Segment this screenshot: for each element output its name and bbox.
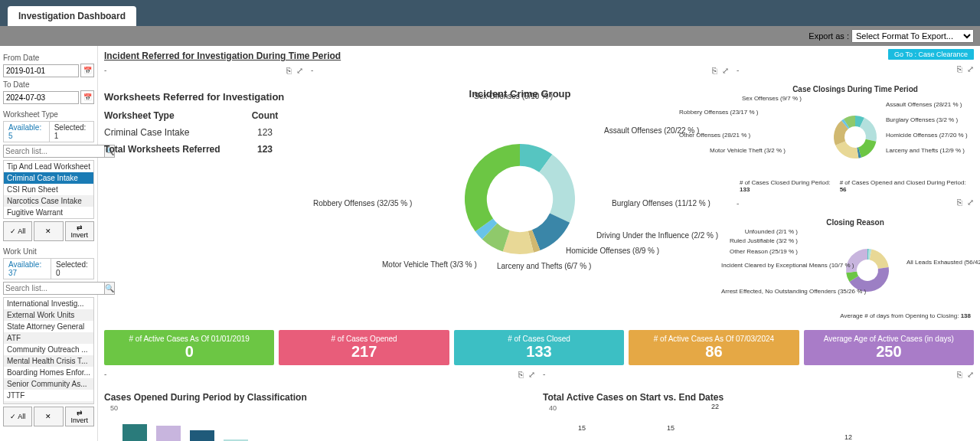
- cases-opened-panel: ⎘⤢ - Cases Opened During Period by Class…: [104, 370, 535, 441]
- donut-label: Driving Under the Influence (2/2 % ): [596, 231, 718, 240]
- kpi-value: 250: [807, 343, 971, 361]
- selected-count[interactable]: Selected: 0: [51, 258, 94, 279]
- case-closings-panel: ⎘⤢ - Case Closings During Time Period Se…: [737, 66, 974, 193]
- kpi-card: # of Active Cases As Of 07/03/202486: [629, 330, 799, 365]
- bar[interactable]: 43: [156, 426, 181, 441]
- export-icon[interactable]: ⎘: [957, 64, 962, 74]
- worksheet-type-label: Worksheet Type: [3, 110, 94, 119]
- mini-label: Robbery Offenses (23/17 % ): [679, 109, 748, 116]
- list-item[interactable]: External Work Units: [4, 309, 93, 321]
- export-select[interactable]: Select Format To Export...: [851, 29, 974, 43]
- list-item[interactable]: Boarding Homes Enfor...: [4, 367, 93, 378]
- from-date-label: From Date: [3, 54, 94, 62]
- export-label: Export as :: [808, 31, 849, 41]
- mini-label: Burglary Offenses (3/2 % ): [886, 116, 958, 123]
- all-button[interactable]: ✓ All: [3, 407, 32, 426]
- closing-reason-panel: ⎘⤢ - Closing Reason Unfounded (2/1 % )Ru…: [737, 199, 974, 319]
- selected-count[interactable]: Selected: 1: [50, 121, 94, 142]
- from-date-input[interactable]: [3, 64, 79, 77]
- filter-sidebar: From Date 📅 To Date 📅 Worksheet Type Ava…: [0, 46, 98, 441]
- expand-icon[interactable]: ⤢: [967, 64, 974, 74]
- mini-label: Incident Cleared by Exceptional Means (1…: [721, 262, 798, 269]
- list-item[interactable]: Narcotics Case Intake: [4, 195, 93, 207]
- donut-label: Larceny and Thefts (6/7 % ): [497, 262, 591, 270]
- tab-investigation[interactable]: Investigation Dashboard: [8, 6, 136, 26]
- export-icon[interactable]: ⎘: [957, 198, 962, 207]
- bar[interactable]: 44: [122, 424, 147, 441]
- calendar-icon[interactable]: 📅: [80, 64, 94, 77]
- kpi-title: Average Age of Active Cases (in days): [807, 335, 971, 343]
- list-item[interactable]: ATF: [4, 332, 93, 344]
- clear-button[interactable]: ✕: [34, 221, 63, 241]
- worksheets-title: Worksheets Referred for Investigation: [104, 91, 303, 103]
- expand-icon[interactable]: ⤢: [528, 370, 535, 380]
- work-unit-list[interactable]: International Investig...External Work U…: [3, 297, 94, 404]
- kpi-value: 86: [632, 343, 795, 361]
- bar[interactable]: 40: [190, 430, 214, 441]
- worksheet-type-list[interactable]: Tip And Lead WorksheetCriminal Case Inta…: [3, 160, 94, 219]
- clear-button[interactable]: ✕: [34, 407, 63, 426]
- goto-case-clearance[interactable]: Go To : Case Clearance: [888, 49, 974, 60]
- kpi-title: # of Active Cases As Of 01/01/2019: [107, 335, 271, 343]
- worksheets-panel: ⎘⤢ - Worksheets Referred for Investigati…: [104, 66, 303, 325]
- mini-label: Ruled Justifiable (3/2 % ): [721, 237, 798, 244]
- list-item[interactable]: State Attorney General: [4, 321, 93, 332]
- calendar-icon[interactable]: 📅: [80, 90, 94, 104]
- mini-label: Unfounded (2/1 % ): [721, 228, 798, 235]
- expand-icon[interactable]: ⤢: [722, 66, 729, 76]
- expand-icon[interactable]: ⤢: [967, 198, 974, 207]
- kpi-card: # of Active Cases As Of 01/01/20190: [104, 330, 274, 365]
- export-icon[interactable]: ⎘: [957, 370, 962, 380]
- export-icon[interactable]: ⎘: [712, 66, 717, 76]
- donut-label: Robbery Offenses (32/35 % ): [313, 199, 412, 207]
- kpi-card: # of Cases Opened217: [279, 330, 449, 365]
- list-item[interactable]: Mental Health Crisis T...: [4, 355, 93, 367]
- active-cases-panel: ⎘⤢ - Total Active Cases on Start vs. End…: [543, 370, 974, 441]
- mini-label: Other Reason (25/19 % ): [721, 248, 798, 255]
- list-item[interactable]: Senior Community As...: [4, 378, 93, 390]
- closings-title: Case Closings During Time Period: [737, 85, 974, 93]
- donut-label: Sex Offenses (9/10 % ): [474, 92, 553, 100]
- expand-icon[interactable]: ⤢: [967, 370, 974, 380]
- expand-icon[interactable]: ⤢: [296, 66, 303, 76]
- closing-reason-title: Closing Reason: [737, 218, 974, 227]
- available-count[interactable]: Available: 37: [3, 258, 51, 279]
- all-button[interactable]: ✓ All: [3, 221, 32, 241]
- page-title: Incident Referred for Investigation Duri…: [104, 51, 974, 61]
- invert-button[interactable]: ⇄ Invert: [65, 221, 94, 241]
- list-item[interactable]: Community Outreach ...: [4, 344, 93, 355]
- mini-label: Motor Vehicle Theft (3/2 % ): [710, 147, 779, 154]
- mini-label: Other Offenses (28/21 % ): [679, 132, 748, 139]
- worksheet-search-input[interactable]: [3, 145, 105, 158]
- donut-label: Burglary Offenses (11/12 % ): [612, 199, 710, 207]
- kpi-row: # of Active Cases As Of 01/01/20190# of …: [104, 330, 974, 365]
- available-count[interactable]: Available: 5: [3, 121, 50, 142]
- list-item[interactable]: Fugitive Warrant: [4, 207, 93, 218]
- export-icon[interactable]: ⎘: [286, 66, 292, 76]
- invert-button[interactable]: ⇄ Invert: [65, 407, 94, 426]
- list-item[interactable]: Division of Corrections: [4, 401, 93, 404]
- closings-donut[interactable]: [828, 110, 882, 164]
- work-unit-label: Work Unit: [3, 247, 94, 256]
- workunit-search-input[interactable]: [3, 282, 105, 295]
- list-item[interactable]: Criminal Case Intake: [4, 172, 93, 184]
- mini-label: Sex Offenses (9/7 % ): [733, 95, 802, 102]
- donut-label: Homicide Offenses (8/9 % ): [566, 247, 659, 255]
- mini-label: Homicide Offenses (27/20 % ): [886, 132, 968, 139]
- kpi-value: 133: [457, 343, 621, 361]
- opened-class-title: Cases Opened During Period by Classifica…: [104, 392, 535, 403]
- kpi-card: # of Cases Closed133: [454, 330, 624, 365]
- list-item[interactable]: International Investig...: [4, 298, 93, 309]
- mini-label: Larceny and Thefts (12/9 % ): [886, 147, 965, 154]
- donut-label: Motor Vehicle Theft (3/3 % ): [382, 260, 477, 269]
- active-title: Total Active Cases on Start vs. End Date…: [543, 392, 974, 403]
- mini-label: Arrest Effected, No Outstanding Offender…: [721, 288, 798, 295]
- list-item[interactable]: CSI Run Sheet: [4, 184, 93, 195]
- mini-label: All Leads Exhausted (56/42 % ): [906, 259, 980, 266]
- kpi-value: 217: [282, 343, 446, 361]
- to-date-input[interactable]: [3, 91, 79, 104]
- mini-label: Assault Offenses (28/21 % ): [886, 101, 962, 108]
- list-item[interactable]: JTTF: [4, 390, 93, 401]
- export-icon[interactable]: ⎘: [518, 370, 524, 380]
- list-item[interactable]: Tip And Lead Worksheet: [4, 161, 93, 172]
